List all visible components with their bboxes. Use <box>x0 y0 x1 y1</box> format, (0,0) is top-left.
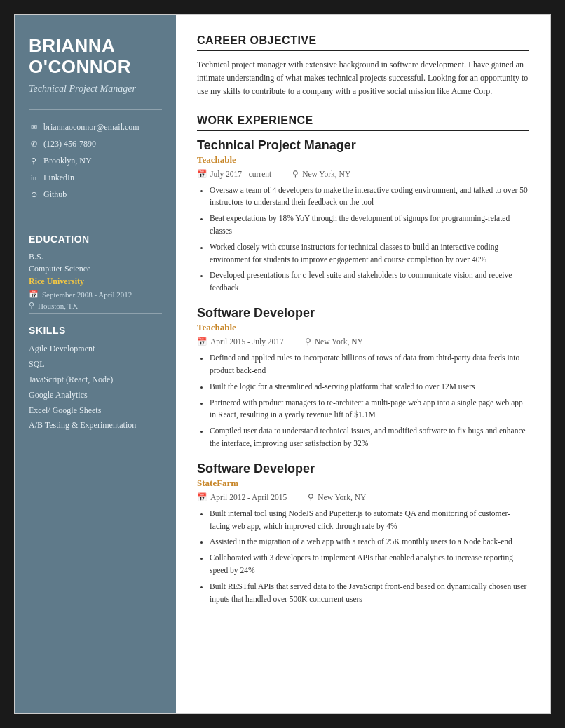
phone-icon: ✆ <box>29 139 39 149</box>
job-2-meta: 📅 April 2015 - July 2017 ⚲ New York, NY <box>197 337 529 346</box>
location-icon: ⚲ <box>292 169 299 179</box>
calendar-icon: 📅 <box>197 337 207 346</box>
list-item: Built internal tool using NodeJS and Pup… <box>210 508 529 533</box>
list-item: Google Analytics <box>29 389 162 401</box>
job-3-date: 📅 April 2012 - April 2015 <box>197 492 287 502</box>
location-icon: ⚲ <box>308 492 314 502</box>
list-item: Worked closely with course instructors f… <box>210 241 529 267</box>
job-2-date: 📅 April 2015 - July 2017 <box>197 337 284 346</box>
list-item: Built RESTful APIs that served data to t… <box>210 581 529 606</box>
list-item: Developed presentations for c-level suit… <box>210 269 529 295</box>
job-2-title: Software Developer <box>197 306 529 321</box>
job-1-company: Teachable <box>197 154 529 166</box>
job-3: Software Developer StateFarm 📅 April 201… <box>197 461 529 606</box>
career-objective-section: CAREER OBJECTIVE Technical project manag… <box>197 34 529 99</box>
calendar-icon: 📅 <box>29 290 39 299</box>
list-item: A/B Testing & Experimentation <box>29 419 162 431</box>
job-1-title: Technical Project Manager <box>197 138 529 153</box>
edu-school: Rice University <box>29 276 162 287</box>
job-2-bullets: Defined and applied rules to incorporate… <box>197 352 529 450</box>
work-experience-section: WORK EXPERIENCE Technical Project Manage… <box>197 114 529 606</box>
list-item: Excel/ Google Sheets <box>29 405 162 417</box>
main-content: CAREER OBJECTIVE Technical project manag… <box>176 15 550 713</box>
list-item: Compiled user data to understand technic… <box>210 425 529 450</box>
contact-github[interactable]: ⊙ Github <box>29 189 162 201</box>
job-2-location: ⚲ New York, NY <box>305 337 363 346</box>
list-item: JavaScript (React, Node) <box>29 374 162 386</box>
list-item: Partnered with product managers to re-ar… <box>210 397 529 422</box>
calendar-icon: 📅 <box>197 492 207 502</box>
edu-dates: 📅 September 2008 - April 2012 <box>29 290 162 299</box>
contact-section: ✉ briannaoconnor@email.com ✆ (123) 456-7… <box>29 109 162 205</box>
sidebar: BRIANNA O'CONNOR Technical Project Manag… <box>15 15 176 713</box>
location-icon: ⚲ <box>29 156 39 166</box>
contact-email: ✉ briannaoconnor@email.com <box>29 121 162 133</box>
edu-degree: B.S. <box>29 252 162 262</box>
email-icon: ✉ <box>29 122 39 133</box>
list-item: Built the logic for a streamlined ad-ser… <box>210 381 529 393</box>
job-2-company: Teachable <box>197 322 529 333</box>
candidate-name: BRIANNA O'CONNOR <box>29 36 162 78</box>
contact-phone: ✆ (123) 456-7890 <box>29 138 162 150</box>
job-3-meta: 📅 April 2012 - April 2015 ⚲ New York, NY <box>197 492 529 502</box>
education-section: EDUCATION B.S. Computer Science Rice Uni… <box>29 222 162 310</box>
edu-location: ⚲ Houston, TX <box>29 301 162 310</box>
job-1: Technical Project Manager Teachable 📅 Ju… <box>197 138 529 295</box>
contact-location: ⚲ Brooklyn, NY <box>29 155 162 167</box>
skills-list: Agile Development SQL JavaScript (React,… <box>29 343 162 431</box>
github-icon: ⊙ <box>29 189 39 200</box>
job-1-date: 📅 July 2017 - current <box>197 169 271 179</box>
list-item: Agile Development <box>29 343 162 355</box>
calendar-icon: 📅 <box>197 169 207 179</box>
career-objective-text: Technical project manager with extensive… <box>197 58 529 99</box>
location-icon: ⚲ <box>305 337 311 346</box>
job-3-location: ⚲ New York, NY <box>308 492 366 502</box>
education-title: EDUCATION <box>29 222 162 245</box>
skills-section: SKILLS Agile Development SQL JavaScript … <box>29 313 162 435</box>
list-item: Assisted in the migration of a web app w… <box>210 536 529 548</box>
job-3-company: StateFarm <box>197 478 529 489</box>
candidate-title: Technical Project Manager <box>29 82 162 96</box>
career-objective-header: CAREER OBJECTIVE <box>197 34 529 51</box>
list-item: SQL <box>29 358 162 370</box>
list-item: Beat expectations by 18% YoY through the… <box>210 213 529 238</box>
job-1-bullets: Oversaw a team of 4 developers to make t… <box>197 184 529 295</box>
job-1-location: ⚲ New York, NY <box>292 169 350 179</box>
edu-field: Computer Science <box>29 264 162 274</box>
job-1-meta: 📅 July 2017 - current ⚲ New York, NY <box>197 169 529 179</box>
list-item: Defined and applied rules to incorporate… <box>210 352 529 377</box>
job-2: Software Developer Teachable 📅 April 201… <box>197 306 529 450</box>
skills-title: SKILLS <box>29 313 162 336</box>
contact-linkedin[interactable]: in LinkedIn <box>29 172 162 184</box>
list-item: Oversaw a team of 4 developers to make t… <box>210 184 529 210</box>
job-3-bullets: Built internal tool using NodeJS and Pup… <box>197 508 529 606</box>
resume-wrapper: BRIANNA O'CONNOR Technical Project Manag… <box>14 14 551 714</box>
linkedin-icon: in <box>29 173 39 183</box>
work-experience-header: WORK EXPERIENCE <box>197 114 529 131</box>
map-pin-icon: ⚲ <box>29 301 34 310</box>
job-3-title: Software Developer <box>197 461 529 476</box>
list-item: Collaborated with 3 developers to implem… <box>210 552 529 577</box>
